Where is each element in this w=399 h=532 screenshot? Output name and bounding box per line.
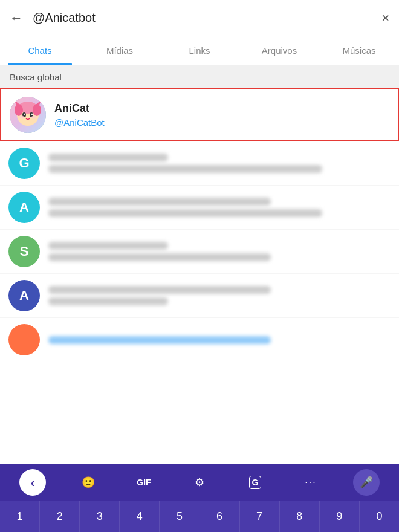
chat-message-blurred [48, 297, 168, 305]
keyboard-settings-button[interactable]: ⚙ [186, 469, 213, 496]
chat-list: G A S A [0, 141, 399, 362]
keyboard-more-button[interactable]: ··· [297, 469, 324, 496]
keyboard-number-row: 1 2 3 4 5 6 7 8 9 0 [0, 501, 399, 532]
keyboard-gif-button[interactable]: GIF [131, 469, 157, 496]
svg-point-13 [19, 116, 24, 119]
chat-content [48, 154, 391, 173]
key-9[interactable]: 9 [320, 501, 360, 532]
chat-name-blurred [48, 336, 271, 344]
keyboard-mic-button[interactable]: 🎤 [353, 469, 380, 496]
chat-name-blurred [48, 154, 168, 161]
chat-message-blurred [48, 165, 322, 173]
key-3[interactable]: 3 [80, 501, 120, 532]
tab-midias[interactable]: Mídias [80, 36, 160, 65]
chat-name-blurred [48, 286, 271, 294]
busca-global-label: Busca global [0, 65, 399, 88]
result-name: AniCat [54, 102, 105, 115]
keyboard-translate-button[interactable]: G [242, 469, 268, 496]
list-item[interactable]: A [0, 274, 399, 318]
key-4[interactable]: 4 [120, 501, 160, 532]
tab-chats[interactable]: Chats [0, 36, 80, 65]
svg-point-14 [31, 116, 36, 119]
keyboard-toolbar: ‹ 🙂 GIF ⚙ G ··· 🎤 [0, 464, 399, 501]
chat-content [48, 286, 391, 305]
key-2[interactable]: 2 [40, 501, 80, 532]
key-5[interactable]: 5 [160, 501, 199, 532]
back-button[interactable]: ← [10, 10, 23, 26]
key-7[interactable]: 7 [240, 501, 280, 532]
chat-content [48, 242, 391, 261]
list-item[interactable] [0, 318, 399, 362]
result-info: AniCat @AniCatBot [54, 102, 105, 128]
avatar: S [8, 236, 40, 267]
tab-arquivos[interactable]: Arquivos [239, 36, 319, 65]
chat-message-blurred [48, 253, 271, 261]
close-button[interactable]: × [381, 10, 389, 26]
tabs-bar: Chats Mídias Links Arquivos Músicas [0, 36, 399, 65]
keyboard-emoji-button[interactable]: 🙂 [75, 469, 102, 496]
result-avatar [10, 97, 46, 133]
list-item[interactable]: A [0, 186, 399, 230]
chat-name-blurred [48, 198, 271, 206]
list-item[interactable]: G [0, 141, 399, 186]
header: ← @Anicatbot × [0, 0, 399, 36]
tab-musicas[interactable]: Músicas [319, 36, 399, 65]
avatar: A [8, 280, 40, 311]
key-6[interactable]: 6 [199, 501, 239, 532]
chat-content [48, 198, 391, 217]
header-title: @Anicatbot [33, 11, 381, 25]
key-8[interactable]: 8 [280, 501, 320, 532]
key-0[interactable]: 0 [360, 501, 399, 532]
result-handle: @AniCatBot [54, 117, 105, 128]
svg-point-11 [24, 114, 25, 115]
avatar: A [8, 192, 40, 223]
chat-name-blurred [48, 242, 168, 250]
svg-point-12 [31, 114, 33, 115]
avatar [8, 324, 40, 355]
avatar-image [10, 97, 46, 133]
chat-content [48, 336, 391, 344]
search-result-item[interactable]: AniCat @AniCatBot [0, 88, 399, 141]
keyboard: ‹ 🙂 GIF ⚙ G ··· 🎤 1 2 3 4 5 6 7 8 9 0 [0, 464, 399, 532]
avatar: G [8, 148, 40, 179]
tab-links[interactable]: Links [160, 36, 239, 65]
keyboard-back-button[interactable]: ‹ [19, 469, 46, 496]
list-item[interactable]: S [0, 230, 399, 274]
chat-message-blurred [48, 209, 322, 217]
key-1[interactable]: 1 [0, 501, 40, 532]
